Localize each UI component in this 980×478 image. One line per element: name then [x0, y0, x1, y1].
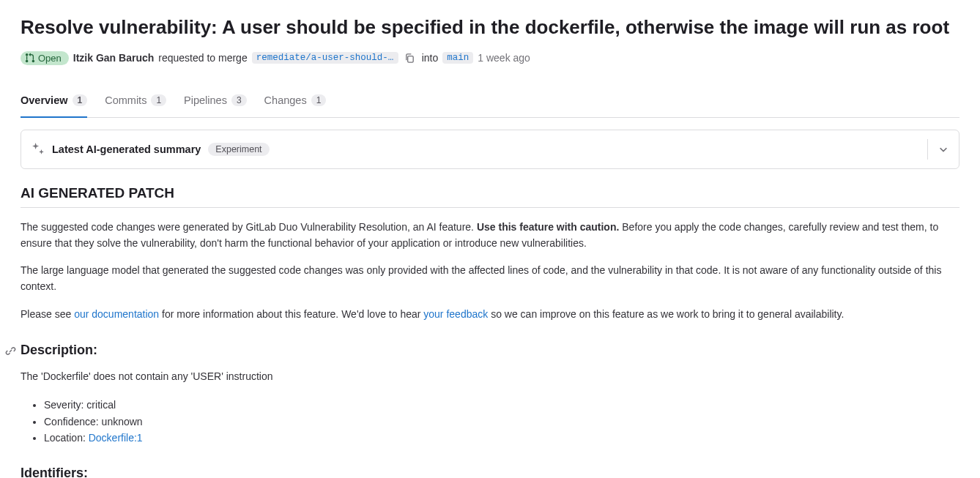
target-branch[interactable]: main	[442, 52, 473, 64]
link-anchor-icon[interactable]	[5, 343, 16, 363]
merge-request-meta: Open Itzik Gan Baruch requested to merge…	[21, 51, 959, 65]
description-heading: Description:	[21, 340, 959, 361]
chevron-down-icon	[938, 144, 949, 154]
tabs: Overview 1 Commits 1 Pipelines 3 Changes…	[21, 86, 959, 118]
ai-summary-panel[interactable]: Latest AI-generated summary Experiment	[21, 130, 959, 169]
status-badge: Open	[21, 51, 69, 65]
tab-count: 1	[311, 94, 327, 106]
paragraph-docs: Please see our documentation for more in…	[21, 307, 959, 323]
merge-request-icon	[25, 53, 35, 63]
copy-branch-icon[interactable]	[403, 51, 417, 65]
page-title: Resolve vulnerability: A user should be …	[21, 15, 959, 40]
documentation-link[interactable]: our documentation	[74, 308, 159, 320]
feedback-link[interactable]: your feedback	[423, 308, 488, 320]
body-content: The suggested code changes were generate…	[21, 220, 959, 478]
tab-count: 1	[73, 94, 88, 106]
tab-label: Changes	[264, 94, 307, 106]
location-item: Location: Dockerfile:1	[44, 430, 959, 446]
description-details: Severity: critical Confidence: unknown L…	[21, 397, 959, 446]
into-text: into	[422, 52, 439, 64]
svg-point-2	[32, 60, 35, 63]
tab-label: Overview	[21, 94, 68, 106]
tab-changes[interactable]: Changes 1	[264, 86, 327, 118]
tab-commits[interactable]: Commits 1	[105, 86, 166, 118]
location-link[interactable]: Dockerfile:1	[89, 432, 143, 444]
tab-pipelines[interactable]: Pipelines 3	[184, 86, 247, 118]
ai-summary-title: Latest AI-generated summary	[52, 143, 201, 155]
identifiers-heading: Identifiers:	[21, 463, 959, 478]
severity-item: Severity: critical	[44, 397, 959, 413]
timestamp: 1 week ago	[478, 52, 530, 64]
experiment-badge: Experiment	[208, 143, 269, 156]
requested-text: requested to merge	[158, 52, 247, 64]
confidence-item: Confidence: unknown	[44, 414, 959, 430]
ai-sparkle-icon	[31, 143, 45, 156]
source-branch[interactable]: remediate/a-user-should-be…	[252, 52, 398, 64]
expand-toggle[interactable]	[927, 139, 949, 160]
author-name[interactable]: Itzik Gan Baruch	[73, 52, 154, 64]
svg-point-0	[26, 53, 29, 56]
svg-point-1	[26, 60, 29, 63]
svg-rect-3	[408, 56, 414, 61]
paragraph-caution: The suggested code changes were generate…	[21, 220, 959, 251]
tab-label: Pipelines	[184, 94, 227, 106]
description-text: The 'Dockerfile' does not contain any 'U…	[21, 369, 959, 385]
tab-count: 3	[231, 94, 247, 106]
tab-label: Commits	[105, 94, 146, 106]
status-label: Open	[38, 53, 62, 64]
tab-overview[interactable]: Overview 1	[21, 86, 87, 118]
tab-count: 1	[151, 94, 166, 106]
paragraph-context: The large language model that generated …	[21, 263, 959, 294]
ai-patch-heading: AI GENERATED PATCH	[21, 185, 959, 208]
